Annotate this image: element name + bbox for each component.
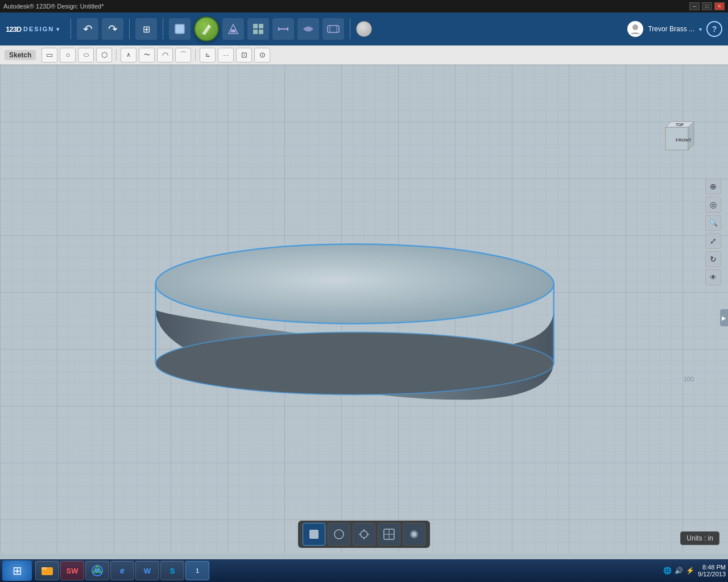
undo-button[interactable]: ↶ (77, 18, 98, 40)
svg-rect-2 (253, 24, 258, 28)
logo-123d: 123D (6, 25, 21, 34)
toolbar-separator-1 (71, 19, 71, 39)
taskbar-app-sw[interactable]: SW (60, 561, 84, 580)
eye-button[interactable]: 👁 (705, 269, 721, 285)
svg-rect-3 (259, 24, 263, 28)
group-button[interactable] (322, 18, 344, 40)
title-bar: Autodesk® 123D® Design: Untitled* ─ □ ✕ (0, 0, 728, 13)
window-title: Autodesk® 123D® Design: Untitled* (3, 3, 104, 10)
sketch-ellipse-button[interactable]: ⬭ (78, 48, 94, 63)
resize-view-button[interactable] (378, 523, 400, 546)
toolbar-separator-4 (350, 19, 350, 39)
clock: 8:48 PM 9/12/2013 (698, 564, 726, 577)
svg-rect-4 (253, 30, 258, 34)
window-controls: ─ □ ✕ (689, 2, 725, 10)
grid-label-100: 100 (684, 376, 694, 383)
sketch-arc2-button[interactable]: ⌒ (175, 48, 191, 63)
user-dropdown-icon[interactable]: ▾ (699, 26, 702, 32)
sketch-tool-button[interactable] (194, 16, 219, 41)
pattern-button[interactable] (247, 18, 269, 40)
taskbar-app-word[interactable]: W (135, 561, 159, 580)
svg-rect-35 (42, 567, 47, 569)
svg-rect-1 (231, 30, 235, 32)
svg-point-12 (632, 24, 638, 30)
wireframe-button[interactable] (328, 523, 350, 546)
user-name[interactable]: Trevor Brass ... (648, 25, 694, 33)
grid-button[interactable]: ⊞ (135, 18, 157, 40)
sketch-rectangle-button[interactable]: ▭ (42, 48, 57, 63)
close-button[interactable]: ✕ (714, 2, 725, 10)
svg-point-28 (361, 531, 367, 538)
start-button[interactable]: ⊞ (2, 560, 32, 581)
taskbar-app-explorer[interactable] (35, 561, 59, 580)
user-avatar (627, 21, 643, 37)
user-area: Trevor Brass ... ▾ ? (627, 21, 722, 37)
sketch-label: Sketch (5, 50, 36, 60)
view-cube[interactable]: FRONT TOP (654, 116, 700, 161)
nav-panel: ⊕ ◎ 🔍 ⤢ ↻ 👁 (705, 178, 721, 285)
toolbar-separator-3 (163, 19, 163, 39)
logo-area: 123D DESIGN ▾ (6, 25, 59, 34)
taskbar: ⊞ SW e W S 1 🌐 🔊 ⚡ 8:48 PM 9/12/2013 (0, 559, 728, 582)
tray-network-icon: 🌐 (663, 566, 672, 575)
svg-rect-9 (328, 26, 339, 32)
sketch-constraint1-button[interactable]: ⊾ (200, 48, 216, 63)
sketch-polyline-button[interactable]: ∧ (121, 48, 136, 63)
snap-button[interactable] (353, 523, 375, 546)
logo-dropdown-arrow[interactable]: ▾ (56, 26, 59, 32)
taskbar-app-skype[interactable]: S (160, 561, 184, 580)
bottom-toolbar (298, 521, 430, 548)
zoom-button[interactable]: 🔍 (705, 215, 721, 231)
svg-text:TOP: TOP (676, 123, 684, 127)
sketch-dash-button[interactable]: - - (218, 48, 234, 63)
taskbar-app-123d[interactable]: 1 (185, 561, 209, 580)
time: 8:48 PM (698, 564, 726, 571)
sketch-arc1-button[interactable]: ◠ (157, 48, 173, 63)
sketch-trim-button[interactable]: ⊡ (236, 48, 252, 63)
right-panel-toggle[interactable]: ▶ (720, 309, 728, 326)
svg-point-27 (334, 530, 344, 539)
tray-volume-icon: 🔊 (674, 566, 683, 575)
svg-text:FRONT: FRONT (676, 138, 692, 143)
help-button[interactable]: ? (706, 21, 722, 37)
solid-view-button[interactable] (303, 523, 325, 546)
render-button[interactable] (403, 523, 425, 546)
material-sphere (356, 21, 372, 37)
svg-rect-26 (309, 530, 318, 539)
orbit-button[interactable]: ◎ (705, 197, 721, 213)
sub-separator-2 (195, 49, 196, 61)
svg-rect-5 (259, 30, 263, 34)
viewport[interactable]: 100 FRONT TOP ⊕ ◎ 🔍 ⤢ ↻ 👁 ▶ (0, 65, 728, 554)
toolbar-separator-2 (129, 19, 130, 39)
tray-battery-icon: ⚡ (685, 566, 694, 575)
sketch-project-button[interactable]: ⊙ (254, 48, 270, 63)
system-tray: 🌐 🔊 ⚡ (663, 566, 694, 575)
sketch-spline-button[interactable]: 〜 (139, 48, 155, 63)
measure-button[interactable] (272, 18, 294, 40)
units-button[interactable]: Units : in (680, 531, 719, 545)
taskbar-app-ie[interactable]: e (110, 561, 134, 580)
taskbar-right: 🌐 🔊 ⚡ 8:48 PM 9/12/2013 (663, 564, 726, 577)
maximize-button[interactable]: □ (702, 2, 712, 10)
pan-button[interactable]: ⊕ (705, 178, 721, 194)
primitives-button[interactable] (169, 18, 191, 40)
logo-design: DESIGN (23, 26, 54, 32)
fit-button[interactable]: ⤢ (705, 233, 721, 249)
main-toolbar: 123D DESIGN ▾ ↶ ↷ ⊞ Trev (0, 13, 728, 45)
cylinder-3d-object[interactable] (122, 167, 588, 463)
sketch-sub-toolbar: Sketch ▭ ○ ⬭ ⬡ ∧ 〜 ◠ ⌒ ⊾ - - ⊡ ⊙ (0, 45, 728, 65)
redo-button[interactable]: ↷ (102, 18, 123, 40)
taskbar-app-chrome[interactable] (85, 561, 109, 580)
combine-button[interactable] (297, 18, 319, 40)
minimize-button[interactable]: ─ (689, 2, 700, 10)
sketch-polygon-button[interactable]: ⬡ (96, 48, 112, 63)
rotate-button[interactable]: ↻ (705, 251, 721, 267)
svg-rect-0 (175, 24, 184, 34)
svg-point-33 (412, 532, 416, 537)
modify-button[interactable] (222, 18, 244, 40)
sub-separator-1 (116, 49, 117, 61)
date: 9/12/2013 (698, 571, 726, 577)
sketch-circle-button[interactable]: ○ (60, 48, 76, 63)
